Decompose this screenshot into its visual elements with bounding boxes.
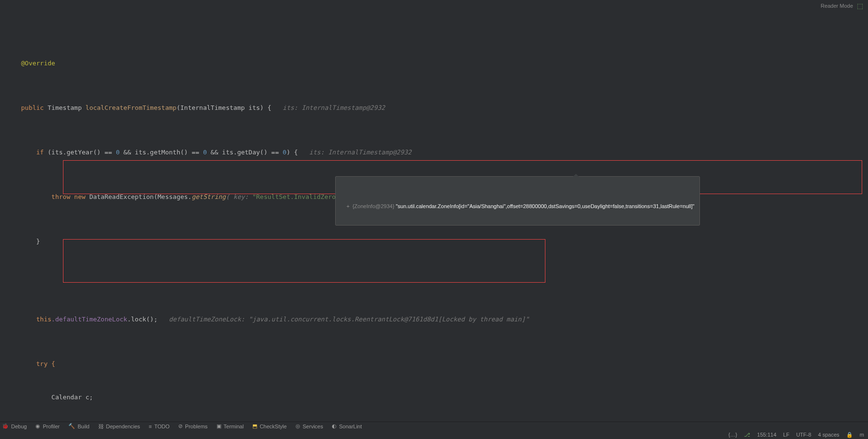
line-separator[interactable]: LF	[783, 432, 790, 438]
tool-debug[interactable]: 🐞Debug	[2, 423, 27, 429]
hammer-icon: 🔨	[68, 423, 75, 429]
more-icon[interactable]: m	[860, 432, 864, 438]
code-editor[interactable]: @Override public Timestamp localCreateFr…	[0, 2, 868, 422]
tool-dependencies[interactable]: ⛓Dependencies	[98, 424, 140, 429]
status-bar: {…} ⎇ 155:114 LF UTF-8 4 spaces 🔒 m	[728, 430, 864, 439]
cursor-position[interactable]: 155:114	[757, 432, 776, 438]
readonly-icon[interactable]: 🔒	[846, 432, 853, 438]
terminal-icon: ▣	[217, 423, 221, 429]
warning-icon: ⊘	[178, 423, 183, 429]
braces-icon[interactable]: {…}	[728, 432, 737, 438]
inlay-hint: defaultTimeZoneLock: "java.util.concurre…	[157, 316, 529, 323]
inlay-hint: its: InternalTimestamp@2932	[271, 104, 385, 111]
tool-services[interactable]: ◎Services	[295, 423, 323, 429]
expand-icon[interactable]: +	[346, 203, 349, 209]
tool-sonarlint[interactable]: ◐SonarLint	[332, 423, 362, 429]
indent-setting[interactable]: 4 spaces	[818, 432, 839, 438]
tool-checkstyle[interactable]: ⬒CheckStyle	[252, 423, 287, 429]
sonar-icon: ◐	[332, 423, 337, 429]
annotation: @Override	[21, 60, 55, 67]
tool-todo[interactable]: ≡TODO	[149, 424, 170, 429]
deps-icon: ⛓	[98, 424, 104, 429]
tool-build[interactable]: 🔨Build	[68, 423, 89, 429]
bug-icon: 🐞	[2, 423, 9, 429]
git-icon[interactable]: ⎇	[744, 432, 750, 438]
inlay-hint: its: InternalTimestamp@2932	[298, 149, 412, 156]
services-icon: ◎	[295, 423, 300, 429]
profiler-icon: ◉	[35, 423, 40, 429]
tool-problems[interactable]: ⊘Problems	[178, 423, 207, 429]
file-encoding[interactable]: UTF-8	[796, 432, 811, 438]
bottom-tool-bar: 🐞Debug ◉Profiler 🔨Build ⛓Dependencies ≡T…	[0, 422, 868, 430]
tool-profiler[interactable]: ◉Profiler	[35, 423, 60, 429]
check-icon: ⬒	[252, 423, 257, 429]
debug-value-tooltip[interactable]: +{ZoneInfo@2934} "sun.util.calendar.Zone…	[335, 176, 700, 226]
list-icon: ≡	[149, 424, 152, 429]
tool-terminal[interactable]: ▣Terminal	[217, 423, 244, 429]
